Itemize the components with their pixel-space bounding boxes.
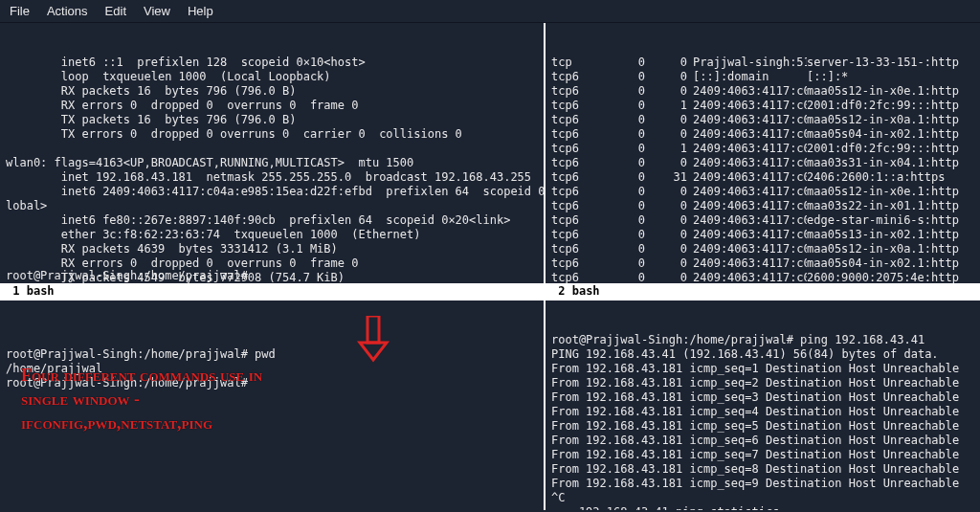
prompt: root@Prajjwal-Singh:/home/prajjwal# (6, 269, 248, 283)
terminal-panes: inet6 ::1 prefixlen 128 scopeid 0×10<hos… (0, 23, 980, 510)
pane-pwd[interactable]: root@Prajjwal-Singh:/home/prajjwal# pwd … (0, 301, 546, 510)
netstat-output: tcp00Prajjwal-singh:51412server-13-33-15… (551, 56, 974, 301)
menu-actions[interactable]: Actions (47, 4, 88, 18)
pane-tab-1: 1 bash (0, 283, 544, 299)
ifconfig-output: inet6 ::1 prefixlen 128 scopeid 0×10<hos… (6, 56, 538, 301)
menu-view[interactable]: View (144, 4, 170, 18)
menu-file[interactable]: File (10, 4, 30, 18)
pwd-output: root@Prajjwal-Singh:/home/prajjwal# pwd … (6, 333, 538, 408)
menu-help[interactable]: Help (188, 4, 213, 18)
pane-ping[interactable]: root@Prajjwal-Singh:/home/prajjwal# ping… (546, 301, 980, 510)
menu-edit[interactable]: Edit (105, 4, 126, 18)
menubar: File Actions Edit View Help (0, 0, 980, 23)
pane-netstat[interactable]: tcp00Prajjwal-singh:51412server-13-33-15… (546, 23, 980, 301)
pane-ifconfig[interactable]: inet6 ::1 prefixlen 128 scopeid 0×10<hos… (0, 23, 546, 301)
pane-tab-2: 2 bash (546, 283, 980, 299)
ping-output: root@Prajjwal-Singh:/home/prajjwal# ping… (551, 333, 974, 510)
